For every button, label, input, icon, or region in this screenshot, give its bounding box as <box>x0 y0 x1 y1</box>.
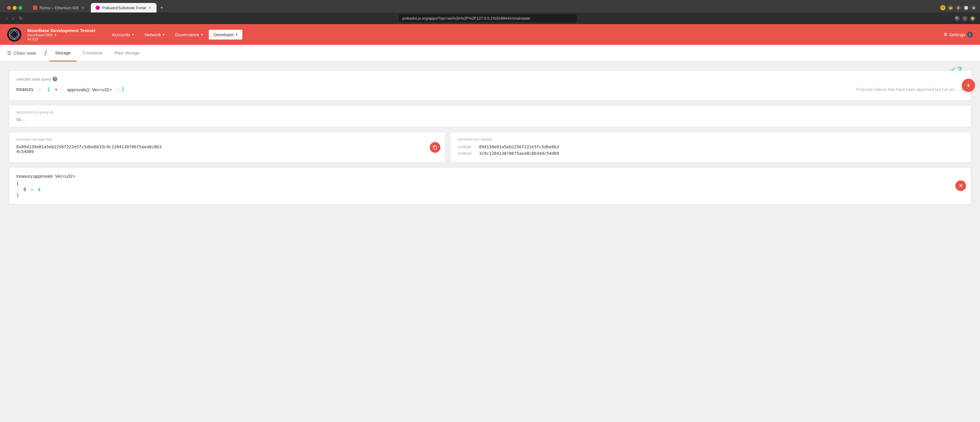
tab-polkadot-close[interactable]: ✕ <box>148 5 152 10</box>
annotation-1-num: 1 <box>47 86 50 93</box>
tab-storage-label: Storage <box>55 50 71 55</box>
annotation-2-num: 2 <box>121 86 124 93</box>
result-line-3: ] <box>16 193 964 198</box>
module-detail-value: 89d139e01a5eb2256f222e5fc5dbe6b3 <box>479 144 559 149</box>
chain-state-icon: ☰ <box>7 50 11 56</box>
key-details-label: encoded key details <box>458 137 964 141</box>
polkadot-favicon <box>95 6 100 10</box>
accounts-chevron-icon: ▾ <box>132 33 134 37</box>
nav-item-accounts[interactable]: Accounts ▾ <box>107 30 139 40</box>
network-chevron-icon: ▾ <box>163 33 164 37</box>
result-title: treasury.approvals: Vec<u32> <box>16 174 964 179</box>
copy-icon <box>433 145 438 150</box>
developer-label: Developer <box>213 32 234 37</box>
query-label: selected state query ? <box>16 77 964 82</box>
accounts-label: Accounts <box>112 32 130 37</box>
back-button[interactable]: ‹ <box>5 14 9 22</box>
settings-badge: 1 <box>967 32 973 37</box>
settings-label: Settings <box>949 32 965 37</box>
breadcrumb-separator: / <box>45 48 47 58</box>
app-title: Moonbase Development Testnet <box>27 28 95 33</box>
close-traffic-light[interactable] <box>7 6 11 10</box>
result-line-2: 0 ← 4 <box>16 186 964 193</box>
tab-remix[interactable]: Remix – Ethereum IDE ✕ <box>28 3 90 13</box>
search-icon[interactable]: 🔍 <box>955 16 960 21</box>
nav-item-governance[interactable]: Governance ▾ <box>170 30 208 40</box>
add-query-button[interactable]: + <box>962 79 975 92</box>
encoded-storage-key-card: encoded storage key 0x89d139e01a5eb2256f… <box>9 132 445 163</box>
sub-nav: ☰ Chain state / Storage Constants Raw st… <box>0 45 980 62</box>
bookmark-icon[interactable]: ☆ <box>962 16 967 21</box>
tab-constants[interactable]: Constants <box>76 45 109 62</box>
star-icon[interactable]: ⭐ <box>970 16 975 21</box>
tab-storage[interactable]: Storage <box>49 45 77 62</box>
network-label: Network <box>145 32 161 37</box>
module-detail-row: module 89d139e01a5eb2256f222e5fc5dbe6b3 <box>458 144 964 149</box>
storage-keys-row: encoded storage key 0x89d139e01a5eb2256f… <box>9 132 971 163</box>
address-bar-row: ‹ › ↻ 🔍 ☆ ⭐ <box>0 13 980 24</box>
settings-button[interactable]: ⚙ Settings 1 <box>943 32 973 37</box>
breadcrumb-label: Chain state <box>14 51 36 56</box>
blockhash-label: blockhash to query at <box>16 110 964 114</box>
header-right: ⚙ Settings 1 <box>943 32 973 37</box>
tab-polkadot-label: Polkadot/Substrate Portal <box>102 6 146 10</box>
address-input[interactable] <box>399 14 577 22</box>
traffic-lights <box>3 3 26 12</box>
help-icon[interactable]: ? <box>52 77 57 82</box>
app-subtitle: moonbase/1800 ▼ <box>27 33 95 37</box>
module-dropdown-icon[interactable]: ▾ <box>55 87 57 93</box>
browser-toolbar-icons: 🔍 ☆ ⭐ <box>955 16 975 21</box>
tab-remix-label: Remix – Ethereum IDE <box>40 6 79 10</box>
query-card: selected state query ? treasury ← 1 ▾ ap… <box>9 70 971 100</box>
sub-tabs: Storage Constants Raw storage <box>49 45 145 62</box>
app-title-block: Moonbase Development Testnet moonbase/18… <box>27 28 95 41</box>
query-divider <box>62 85 62 94</box>
method-description: Proposal indices that have been approved… <box>856 87 960 92</box>
method-detail-label: method <box>458 151 476 156</box>
tab-remix-close[interactable]: ✕ <box>81 5 85 10</box>
method-detail-value: 3c9c1284130706f5aea0c8b3d4c54d89 <box>479 151 559 156</box>
ext-icon-5[interactable]: ⏺ <box>971 5 977 10</box>
ext-icon-1[interactable]: 🦊 <box>940 5 945 10</box>
result-body: [ 0 ← 4 ] <box>16 181 964 198</box>
reload-button[interactable]: ↻ <box>18 14 24 22</box>
remix-favicon <box>33 6 37 10</box>
method-value: approvals(): Vec<u32> <box>67 87 112 92</box>
nav-item-network[interactable]: Network ▾ <box>140 30 169 40</box>
tab-constants-label: Constants <box>83 50 103 55</box>
annotation-1: ← <box>38 86 43 93</box>
close-result-button[interactable]: ✕ <box>955 181 966 191</box>
app-logo[interactable] <box>7 27 21 42</box>
module-detail-label: module <box>458 144 476 149</box>
tab-raw-storage[interactable]: Raw storage <box>109 45 145 62</box>
ext-icon-2[interactable]: 🐸 <box>948 5 953 10</box>
minimize-traffic-light[interactable] <box>13 6 17 10</box>
logo-inner <box>9 29 20 40</box>
module-value: treasury <box>16 87 33 92</box>
new-tab-button[interactable]: + <box>158 3 166 12</box>
developer-chevron-icon: ▾ <box>236 33 237 37</box>
tab-polkadot[interactable]: Polkadot/Substrate Portal ✕ <box>91 3 156 13</box>
ext-icon-4[interactable]: ⬜ <box>963 5 969 10</box>
tab-raw-storage-label: Raw storage <box>115 50 140 55</box>
network-chevron-icon[interactable]: ▼ <box>54 33 57 37</box>
query-module: treasury ← 1 ▾ <box>16 86 57 93</box>
encoded-key-details-card: encoded key details module 89d139e01a5eb… <box>450 132 971 163</box>
nav-item-developer[interactable]: Developer ▾ <box>209 30 242 40</box>
maximize-traffic-light[interactable] <box>18 6 22 10</box>
method-description-wrapper: Proposal indices that have been approved… <box>856 87 964 92</box>
ext-icon-3[interactable]: ⚡ <box>956 5 961 10</box>
result-line-1: [ <box>16 181 964 186</box>
annotation-2: ← <box>115 86 120 93</box>
forward-button[interactable]: › <box>11 14 15 22</box>
main-content: ↙ 3 selected state query ? treasury ← 1 … <box>0 62 980 422</box>
copy-key-button[interactable] <box>430 142 441 153</box>
method-detail-row: method 3c9c1284130706f5aea0c8b3d4c54d89 <box>458 151 964 156</box>
blockhash-input[interactable] <box>16 117 964 122</box>
encoded-storage-key-label: encoded storage key <box>16 137 438 141</box>
app-header: Moonbase Development Testnet moonbase/18… <box>0 24 980 45</box>
network-name: moonbase/1800 <box>27 33 53 37</box>
annotation-4: ← 4 <box>31 186 41 193</box>
browser-chrome: Remix – Ethereum IDE ✕ Polkadot/Substrat… <box>0 0 980 24</box>
settings-gear-icon: ⚙ <box>943 32 947 37</box>
